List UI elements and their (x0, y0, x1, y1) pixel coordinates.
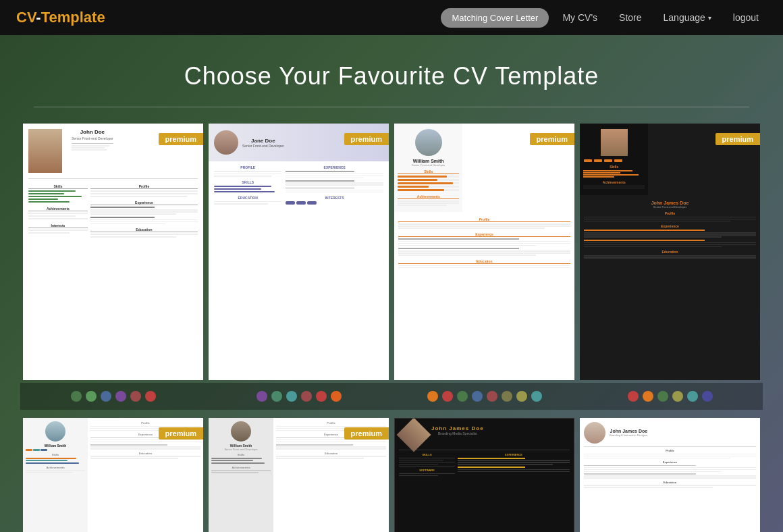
color-dot[interactable] (657, 391, 668, 402)
template-card-1[interactable]: premium John Doe Senior Front-end Develo… (20, 121, 206, 410)
template-card-4-inner[interactable]: premium Skills Achievement (580, 124, 760, 380)
cv-sec-2a: Profile (214, 165, 281, 169)
cv-sec-2d: Experience (286, 165, 383, 169)
color-dot[interactable] (286, 391, 297, 402)
cv-title-1: Senior Front-end Developer (72, 136, 113, 140)
logo-template: Template (41, 9, 105, 26)
template-card-3[interactable]: premium William Smith Senior Front-end D… (392, 121, 577, 410)
cv-skills-4: Skills (583, 165, 645, 169)
template-card-b2-inner[interactable]: premium William Smith Senior Front-and D… (209, 418, 389, 532)
cv-profile-4: Profile (584, 211, 756, 215)
template-card-4[interactable]: premium Skills Achievement (577, 121, 763, 410)
template-card-b4-inner[interactable]: John James Doe Branding & Interaction De… (580, 418, 760, 532)
cv-skills-label: Skills (28, 184, 88, 189)
template-grid-bottom: premium William Smith Skills (20, 415, 763, 532)
cv-banner-text-2: Jane Doe Senior Front-end Developer (242, 138, 284, 148)
color-dot[interactable] (472, 391, 483, 402)
cv-interests-label: Interests (28, 223, 88, 228)
cv-left-b1: William Smith Skills Achievements (23, 418, 88, 532)
cv-title-b3: Branding Media Specialist (431, 431, 484, 435)
page-title: Choose Your Favourite CV Template (14, 62, 770, 90)
color-dot[interactable] (457, 391, 468, 402)
premium-badge-b2: premium (344, 427, 389, 440)
language-button[interactable]: Language ▾ (655, 7, 720, 28)
logo-dash: - (36, 9, 40, 26)
color-dot[interactable] (130, 391, 141, 402)
cv-photo-2 (214, 130, 238, 155)
cv-edu-3: Education (398, 259, 570, 264)
premium-badge-4: premium (716, 133, 760, 145)
template-card-3-inner[interactable]: premium William Smith Senior Front-end D… (394, 124, 574, 380)
cv-name-b1: William Smith (26, 444, 85, 448)
color-dot[interactable] (115, 391, 126, 402)
color-dot[interactable] (71, 391, 82, 402)
cv-sec-2e: Interests (286, 196, 383, 200)
color-dot[interactable] (101, 391, 111, 402)
template-card-1-inner[interactable]: premium John Doe Senior Front-end Develo… (23, 124, 203, 380)
template-card-2[interactable]: premium Jane Doe Senior Front-end Develo… (206, 121, 392, 410)
cv-title-3: Senior Front-end Developer (398, 163, 459, 167)
cv-left-2: Profile Skills Education (214, 165, 281, 206)
store-link[interactable]: Store (611, 7, 649, 28)
color-dot[interactable] (427, 391, 438, 402)
cv-achiev-3: Achievements (398, 194, 459, 199)
cv-achievements-label: Achievements (28, 207, 88, 211)
hero-content: Choose Your Favourite CV Template premiu… (14, 62, 770, 532)
cv-sec-2c: Education (214, 196, 281, 200)
color-dot[interactable] (628, 391, 639, 402)
template-card-b1-inner[interactable]: premium William Smith Skills (23, 418, 203, 532)
cv-name-4: John James Doe (584, 201, 756, 205)
cv-title-b4: Branding & Interaction Designer (610, 433, 648, 437)
color-dots-4 (577, 383, 763, 410)
color-dot[interactable] (702, 391, 713, 402)
color-dot[interactable] (502, 391, 512, 402)
cv-diamond-b3 (397, 418, 431, 452)
logo[interactable]: CV-Template (16, 9, 105, 26)
cv-photo-b4 (584, 422, 605, 444)
color-dot[interactable] (316, 391, 327, 402)
color-dot[interactable] (643, 391, 653, 402)
cv-preview-4: Skills Achievements John James Doe Senio… (580, 124, 760, 380)
template-card-2-inner[interactable]: premium Jane Doe Senior Front-end Develo… (209, 124, 389, 380)
color-dot[interactable] (672, 391, 683, 402)
template-card-b3-inner[interactable]: John James Doe Branding Media Specialist… (394, 418, 574, 532)
template-card-b3[interactable]: John James Doe Branding Media Specialist… (392, 415, 577, 532)
navbar: CV-Template Matching Cover Letter My CV'… (0, 0, 783, 35)
cv-skills-3: Skills (398, 169, 459, 174)
language-label: Language (664, 12, 705, 23)
cv-preview-2: Jane Doe Senior Front-end Developer Prof… (209, 124, 389, 380)
color-dot[interactable] (687, 391, 698, 402)
cv-right-2: Experience (286, 165, 383, 206)
cv-title-2: Senior Front-end Developer (242, 144, 284, 148)
color-dot[interactable] (86, 391, 97, 402)
logo-cv: CV (16, 9, 36, 26)
cv-photo-3 (415, 129, 442, 156)
color-dot[interactable] (487, 391, 497, 402)
color-dot[interactable] (145, 391, 156, 402)
color-dot[interactable] (516, 391, 527, 402)
color-dot[interactable] (256, 391, 267, 402)
cv-two-col-2: Profile Skills Education (214, 165, 383, 206)
color-dot[interactable] (301, 391, 312, 402)
logout-link[interactable]: logout (725, 7, 767, 28)
cv-exp-3: Experience (398, 232, 570, 237)
cv-left-b2: William Smith Senior Front-and Developer… (209, 418, 273, 532)
cv-edu-4: Education (584, 250, 756, 254)
cv-preview-b4: John James Doe Branding & Interaction De… (580, 418, 760, 532)
my-cvs-link[interactable]: My CV's (554, 7, 605, 28)
cv-name-3: William Smith (398, 159, 459, 163)
cv-header-1: John Doe Senior Front-end Developer (72, 129, 113, 173)
template-card-b1[interactable]: premium William Smith Skills (20, 415, 206, 532)
color-dot[interactable] (442, 391, 453, 402)
template-card-b4[interactable]: John James Doe Branding & Interaction De… (577, 415, 763, 532)
color-dot[interactable] (531, 391, 542, 402)
cv-photo-4 (601, 129, 628, 156)
color-dot[interactable] (331, 391, 342, 402)
cv-name-b3: John James Doe (431, 425, 484, 431)
cv-preview-1: John Doe Senior Front-end Developer (23, 124, 203, 380)
color-dots-3 (392, 383, 577, 410)
color-dot[interactable] (271, 391, 282, 402)
cv-main-3: Profile Experience Education (394, 212, 574, 380)
matching-cover-letter-button[interactable]: Matching Cover Letter (441, 8, 549, 28)
template-card-b2[interactable]: premium William Smith Senior Front-and D… (206, 415, 392, 532)
